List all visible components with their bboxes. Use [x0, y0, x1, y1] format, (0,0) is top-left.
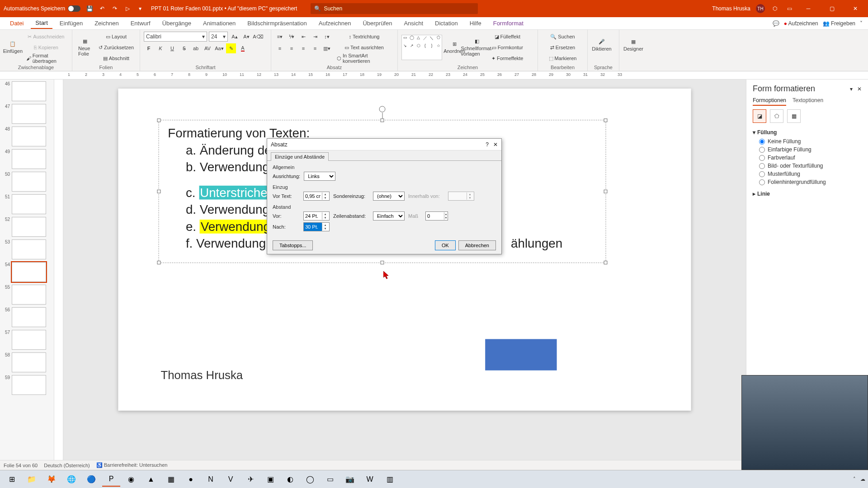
onenote-icon[interactable]: N	[202, 472, 220, 487]
line-section-header[interactable]: ▸ Linie	[753, 189, 862, 199]
resize-handle[interactable]	[381, 261, 384, 264]
linespacing-select[interactable]: Einfach	[373, 211, 405, 221]
chrome-icon[interactable]: 🌐	[62, 472, 80, 487]
close-icon[interactable]: ✕	[846, 0, 864, 17]
accessibility[interactable]: ♿ Barrierefreiheit: Untersuchen	[96, 462, 168, 468]
cancel-button[interactable]: Abbrechen	[458, 240, 496, 250]
ribbon-collapse-icon[interactable]: ˅	[860, 20, 863, 27]
blue-rectangle[interactable]	[485, 339, 557, 370]
smartart-button[interactable]: ⬡ In SmartArt konvertieren	[335, 53, 394, 63]
start-from-beginning-icon[interactable]: ▷	[123, 4, 132, 13]
alignment-select[interactable]: Links	[304, 172, 335, 181]
thumb-53[interactable]: 53	[2, 239, 52, 259]
shrink-font-icon[interactable]: A▾	[241, 32, 251, 42]
tab-animations[interactable]: Animationen	[198, 18, 240, 28]
resize-handle[interactable]	[157, 190, 161, 193]
shape-effects-button[interactable]: ✦ Formeffekte	[489, 53, 526, 63]
redo-icon[interactable]: ↷	[110, 4, 119, 13]
app-icon[interactable]: V	[222, 472, 240, 487]
picture-fill-radio[interactable]: Bild- oder Texturfüllung	[759, 162, 862, 170]
text-direction-button[interactable]: ↕ Textrichtung	[335, 32, 394, 42]
tray-up-icon[interactable]: ˄	[853, 476, 856, 482]
find-button[interactable]: 🔍 Suchen	[542, 32, 584, 42]
tab-dictation[interactable]: Dictation	[430, 18, 462, 28]
app-icon[interactable]: ◯	[301, 472, 319, 487]
record-button[interactable]: ● Aufzeichnen	[784, 20, 818, 27]
resize-handle[interactable]	[157, 261, 161, 264]
grow-font-icon[interactable]: A▴	[230, 32, 240, 42]
shape-outline-button[interactable]: ▭ Formkontur	[489, 42, 526, 52]
bullets-icon[interactable]: ≡▾	[275, 32, 285, 42]
tab-shapeformat[interactable]: Formformat	[489, 18, 528, 28]
thumb-55[interactable]: 55	[2, 285, 52, 305]
text-options-tab[interactable]: Textoptionen	[793, 97, 823, 106]
autosave-toggle[interactable]: Automatisches Speichern	[4, 5, 80, 12]
dictate-button[interactable]: 🎤Diktieren	[591, 32, 612, 59]
select-button[interactable]: ⬚ Markieren	[542, 53, 584, 63]
edge-icon[interactable]: 🔵	[82, 472, 100, 487]
layout-button[interactable]: ▭ Layout	[96, 32, 136, 42]
gradient-fill-radio[interactable]: Farbverlauf	[759, 154, 862, 162]
justify-icon[interactable]: ≡	[310, 43, 320, 53]
tab-transitions[interactable]: Übergänge	[158, 18, 196, 28]
app-icon[interactable]: ◉	[122, 472, 140, 487]
strike-icon[interactable]: S̶	[179, 43, 189, 53]
shape-fill-button[interactable]: ◪ Fülleffekt	[489, 32, 526, 42]
thumb-51[interactable]: 51	[2, 194, 52, 214]
numbering-icon[interactable]: ⅟▾	[287, 32, 297, 42]
app-icon[interactable]: 📷	[341, 472, 359, 487]
tray-icon[interactable]: ☁	[860, 476, 865, 482]
tab-draw[interactable]: Zeichnen	[90, 18, 123, 28]
language[interactable]: Deutsch (Österreich)	[44, 463, 90, 468]
shadow-icon[interactable]: ab	[191, 43, 201, 53]
highlight-icon[interactable]: ✎	[226, 43, 236, 53]
line-spacing-icon[interactable]: ↕▾	[322, 32, 332, 42]
tab-file[interactable]: Datei	[5, 18, 28, 28]
dialog-tab-indents[interactable]: Einzüge und Abstände	[271, 152, 329, 161]
columns-icon[interactable]: ▥▾	[322, 43, 332, 53]
font-color-icon[interactable]: A	[238, 43, 248, 53]
font-name-combo[interactable]: Calibri▾	[144, 32, 207, 42]
slide-counter[interactable]: Folie 54 von 60	[4, 463, 38, 468]
filename[interactable]: PPT 01 Roter Faden 001.pptx • Auf "diese…	[151, 5, 297, 12]
resize-handle[interactable]	[604, 261, 608, 264]
app-icon[interactable]: ◐	[281, 472, 299, 487]
thumb-46[interactable]: 46	[2, 81, 52, 101]
share-button[interactable]: 👥 Freigeben	[823, 20, 855, 27]
thumb-50[interactable]: 50	[2, 172, 52, 192]
solid-fill-radio[interactable]: Einfarbige Füllung	[759, 145, 862, 154]
app-icon[interactable]: ▦	[162, 472, 180, 487]
increase-indent-icon[interactable]: ⇥	[310, 32, 320, 42]
toggle-switch[interactable]	[68, 5, 80, 12]
replace-button[interactable]: ⇄ Ersetzen	[542, 42, 584, 52]
tab-design[interactable]: Entwurf	[126, 18, 155, 28]
comments-icon[interactable]: 💬	[773, 20, 779, 27]
align-right-icon[interactable]: ≡	[298, 43, 308, 53]
qat-more-icon[interactable]: ▾	[136, 4, 145, 13]
user-name[interactable]: Thomas Hruska	[712, 5, 750, 12]
size-props-icon[interactable]: ▦	[787, 109, 801, 123]
coming-soon-icon[interactable]: ⬡	[770, 4, 779, 13]
firefox-icon[interactable]: 🦊	[42, 472, 61, 487]
app-icon[interactable]: ▲	[142, 472, 160, 487]
ok-button[interactable]: OK	[435, 240, 456, 250]
before-spinner[interactable]: ▲▼	[303, 211, 330, 221]
section-button[interactable]: ▤ Abschnitt	[96, 53, 136, 63]
pane-close-icon[interactable]: ✕	[857, 86, 862, 92]
resize-handle[interactable]	[604, 190, 608, 193]
app-icon[interactable]: ▣	[261, 472, 279, 487]
tabstops-button[interactable]: Tabstopps...	[273, 240, 313, 250]
no-fill-radio[interactable]: Keine Füllung	[759, 137, 862, 145]
tab-view[interactable]: Ansicht	[399, 18, 428, 28]
thumb-52[interactable]: 52	[2, 217, 52, 237]
slidebg-fill-radio[interactable]: Folienhintergrundfüllung	[759, 178, 862, 186]
align-left-icon[interactable]: ≡	[275, 43, 285, 53]
resize-handle[interactable]	[157, 118, 161, 122]
designer-button[interactable]: ▦Designer	[623, 32, 644, 59]
pane-dropdown-icon[interactable]: ▾	[850, 86, 853, 92]
powerpoint-icon[interactable]: P	[102, 472, 120, 487]
thumb-57[interactable]: 57	[2, 330, 52, 350]
shape-options-tab[interactable]: Formoptionen	[753, 97, 786, 106]
thumb-49[interactable]: 49	[2, 149, 52, 169]
explorer-icon[interactable]: 📁	[23, 472, 41, 487]
